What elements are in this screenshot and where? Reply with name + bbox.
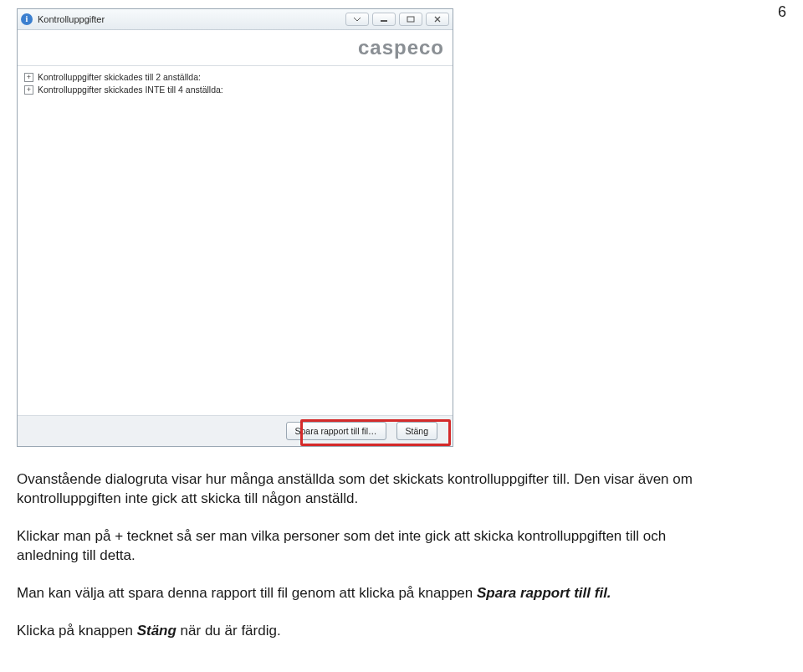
dialog-window: i Kontrolluppgifter caspeco	[17, 8, 453, 447]
emphasis: Spara rapport till fil.	[477, 585, 611, 601]
titlebar: i Kontrolluppgifter	[18, 9, 453, 30]
minimize-button[interactable]	[372, 13, 396, 26]
page-number: 6	[778, 3, 786, 21]
close-dialog-button[interactable]: Stäng	[396, 422, 437, 440]
svg-rect-1	[407, 17, 414, 22]
brand-logo: caspeco	[358, 36, 444, 59]
tree-row: + Kontrolluppgifter skickades INTE till …	[24, 84, 446, 96]
paragraph: Man kan välja att spara denna rapport ti…	[17, 584, 719, 603]
button-bar: Spara rapport till fil… Stäng	[18, 416, 453, 446]
expand-icon[interactable]: +	[24, 73, 33, 82]
text: Man kan välja att spara denna rapport ti…	[17, 585, 477, 601]
emphasis: Stäng	[137, 623, 176, 639]
close-button[interactable]	[426, 13, 449, 26]
result-tree: + Kontrolluppgifter skickades till 2 ans…	[18, 66, 453, 416]
info-icon: i	[21, 13, 33, 25]
save-report-button[interactable]: Spara rapport till fil…	[286, 422, 386, 440]
tree-row-label: Kontrolluppgifter skickades till 2 anstä…	[38, 71, 201, 84]
svg-rect-0	[381, 20, 387, 22]
expand-icon[interactable]: +	[24, 85, 33, 95]
body-text: Ovanstående dialogruta visar hur många a…	[17, 470, 719, 641]
window-controls	[345, 13, 449, 26]
tree-row: + Kontrolluppgifter skickades till 2 ans…	[24, 71, 446, 84]
text: Klickar man på + tecknet så ser man vilk…	[17, 528, 666, 563]
text: Ovanstående dialogruta visar hur många a…	[17, 471, 693, 506]
document-page: 6 i Kontrolluppgifter caspeco	[0, 0, 803, 672]
paragraph: Ovanstående dialogruta visar hur många a…	[17, 470, 719, 509]
brand-row: caspeco	[18, 30, 453, 66]
window-options-button[interactable]	[345, 13, 369, 26]
paragraph: Klicka på knappen Stäng när du är färdig…	[17, 622, 719, 641]
window-title: Kontrolluppgifter	[38, 14, 345, 24]
tree-row-label: Kontrolluppgifter skickades INTE till 4 …	[38, 84, 223, 96]
paragraph: Klickar man på + tecknet så ser man vilk…	[17, 527, 719, 566]
maximize-button[interactable]	[399, 13, 422, 26]
text: när du är färdig.	[176, 623, 281, 639]
text: Klicka på knappen	[17, 623, 137, 639]
